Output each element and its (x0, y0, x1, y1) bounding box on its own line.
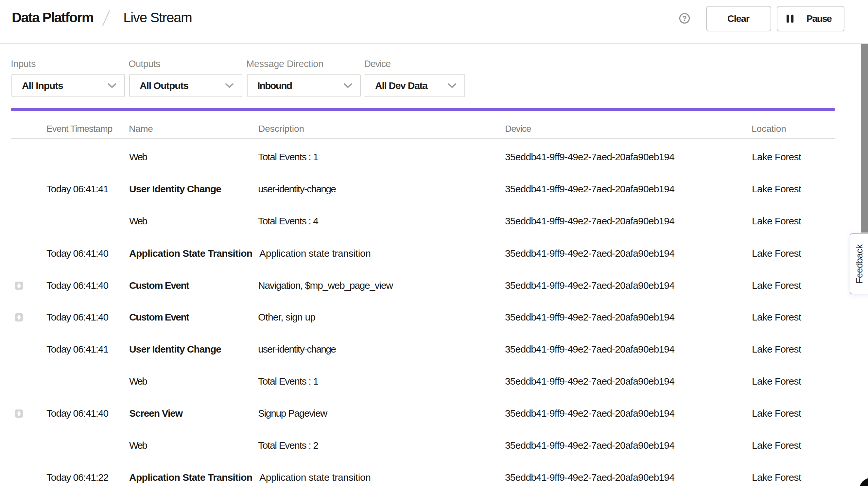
svg-text:?: ? (682, 14, 686, 23)
